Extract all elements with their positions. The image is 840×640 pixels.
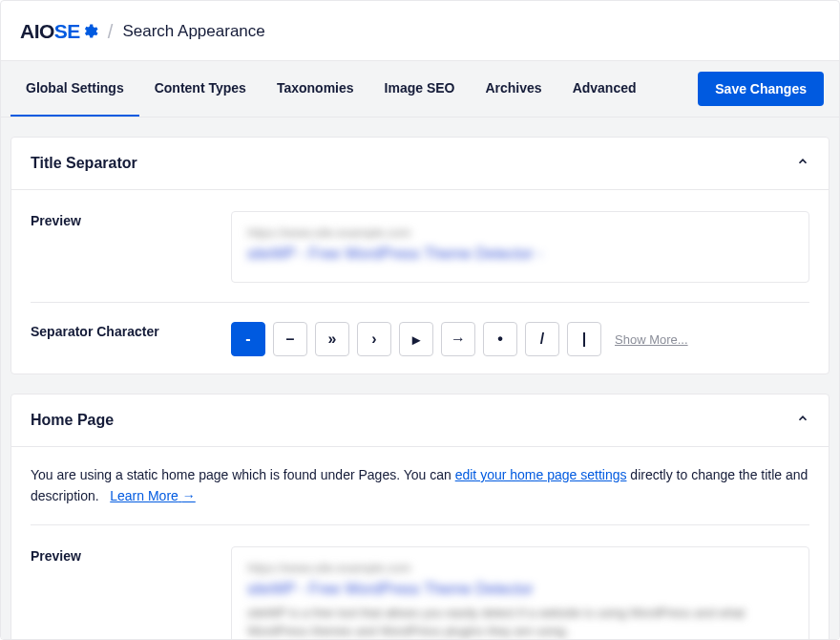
tab-content-types[interactable]: Content Types: [139, 61, 262, 117]
preview-url: https://www.site.example.com: [247, 225, 793, 240]
separator-pipe[interactable]: |: [567, 322, 601, 356]
chevron-up-icon: [796, 412, 809, 429]
separator-bullet[interactable]: •: [483, 322, 517, 356]
arrow-right-icon: →: [182, 488, 196, 503]
preview-box: https://www.site.example.com siteWP - Fr…: [231, 211, 809, 283]
card-title: Home Page: [31, 412, 114, 429]
card-body: You are using a static home page which i…: [11, 447, 829, 640]
preview-url: https://www.site.example.com: [247, 561, 793, 575]
separator-rsaquo[interactable]: ›: [357, 322, 391, 356]
tab-archives[interactable]: Archives: [470, 61, 556, 117]
breadcrumb-separator: /: [108, 21, 114, 43]
card-body: Preview https://www.site.example.com sit…: [11, 190, 829, 373]
app-header: AIOSE / Search Appearance: [1, 1, 839, 60]
row-preview-home: Preview https://www.site.example.com sit…: [31, 543, 809, 640]
content-area: Title Separator Preview https://www.site…: [1, 117, 839, 640]
logo-aio: AIO: [20, 20, 54, 43]
preview-label: Preview: [31, 546, 231, 564]
chevron-up-icon: [796, 155, 809, 172]
preview-content: https://www.site.example.com siteWP - Fr…: [231, 211, 809, 283]
separator-dash[interactable]: -: [231, 322, 265, 356]
notice-pre: You are using a static home page which i…: [31, 467, 455, 482]
preview-title: siteWP - Free WordPress Theme Detector: [247, 581, 793, 598]
tabs-container: Global Settings Content Types Taxonomies…: [10, 61, 652, 117]
separator-endash[interactable]: –: [273, 322, 307, 356]
tab-global-settings[interactable]: Global Settings: [10, 61, 139, 117]
preview-content: https://www.site.example.com siteWP - Fr…: [231, 546, 809, 640]
card-header-title-separator[interactable]: Title Separator: [11, 138, 829, 190]
preview-desc: siteWP is a free tool that allows you ea…: [247, 604, 793, 640]
row-preview: Preview https://www.site.example.com sit…: [31, 207, 809, 303]
tab-advanced[interactable]: Advanced: [557, 61, 652, 117]
separator-raquo[interactable]: »: [315, 322, 349, 356]
show-more-link[interactable]: Show More...: [615, 332, 688, 347]
card-title: Title Separator: [31, 155, 137, 172]
page-title: Search Appearance: [122, 22, 264, 41]
card-title-separator: Title Separator Preview https://www.site…: [10, 137, 830, 374]
separator-slash[interactable]: /: [525, 322, 559, 356]
learn-more-link[interactable]: Learn More →: [110, 488, 195, 503]
preview-label: Preview: [31, 211, 231, 228]
gear-icon: [81, 23, 98, 40]
tab-bar: Global Settings Content Types Taxonomies…: [1, 60, 839, 117]
separator-label: Separator Character: [31, 322, 231, 339]
tab-taxonomies[interactable]: Taxonomies: [262, 61, 369, 117]
row-separator: Separator Character - – » › ▸ → • / | Sh…: [31, 318, 809, 356]
brand-logo: AIOSE: [20, 20, 98, 43]
separator-options: - – » › ▸ → • / | Show More...: [231, 322, 809, 356]
preview-title: siteWP - Free WordPress Theme Detector -: [247, 245, 793, 263]
card-home-page: Home Page You are using a static home pa…: [10, 394, 830, 640]
card-header-home-page[interactable]: Home Page: [11, 395, 829, 447]
tab-image-seo[interactable]: Image SEO: [369, 61, 471, 117]
logo-seo: SE: [54, 20, 98, 43]
separator-arrow[interactable]: →: [441, 322, 475, 356]
preview-box: https://www.site.example.com siteWP - Fr…: [231, 546, 809, 640]
save-button[interactable]: Save Changes: [698, 72, 824, 106]
edit-home-page-link[interactable]: edit your home page settings: [455, 467, 627, 482]
home-page-notice: You are using a static home page which i…: [31, 464, 809, 525]
separator-triangle[interactable]: ▸: [399, 322, 433, 356]
